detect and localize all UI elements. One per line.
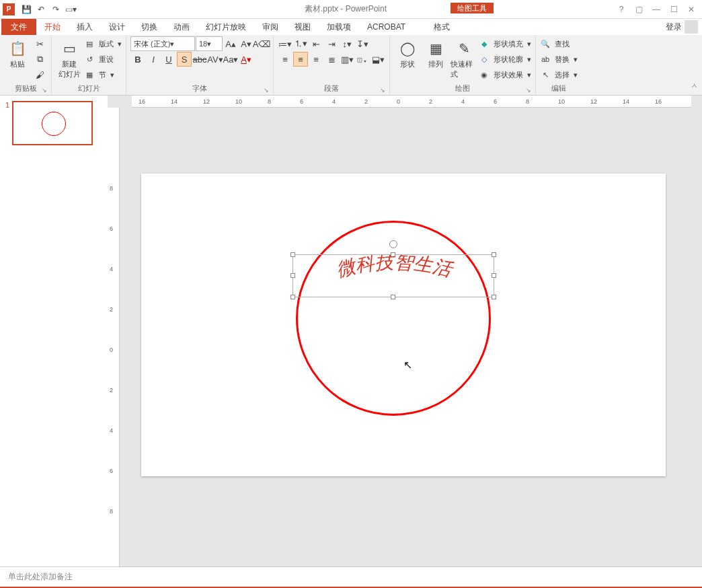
- circle-shape[interactable]: [296, 221, 491, 416]
- selected-textbox[interactable]: 微科技智生活: [292, 254, 494, 297]
- drawing-launcher[interactable]: ↘: [526, 87, 531, 94]
- minimize-icon[interactable]: —: [648, 1, 664, 17]
- reset-button[interactable]: ↺重设: [84, 52, 122, 67]
- shadow-button[interactable]: S: [177, 52, 192, 67]
- collapse-ribbon-icon[interactable]: ㅅ: [691, 81, 698, 91]
- align-text-icon[interactable]: ⎅▾: [355, 52, 370, 67]
- ribbon: 📋 粘贴 ✂ ⧉ 🖌 剪贴板↘ ▭ 新建 幻灯片 ▤版式 ▾ ↺重设 ▦节 ▾ …: [0, 35, 702, 96]
- tab-view[interactable]: 视图: [286, 19, 319, 35]
- outline-icon: ◇: [479, 54, 490, 65]
- close-icon[interactable]: ✕: [683, 1, 699, 17]
- group-paragraph: ≔▾ ⒈▾ ⇤ ⇥ ↕▾ ↧▾ ≡ ≡ ≡ ≣ ▥▾ ⎅▾ ⬓▾ 段落↘: [274, 35, 390, 95]
- group-clipboard: 📋 粘贴 ✂ ⧉ 🖌 剪贴板↘: [0, 35, 52, 95]
- increase-indent-icon[interactable]: ⇥: [324, 36, 339, 51]
- qat-save-icon[interactable]: 💾: [19, 2, 34, 17]
- tab-slideshow[interactable]: 幻灯片放映: [198, 19, 254, 35]
- ruler-vertical: 864202468: [108, 108, 120, 566]
- login-area[interactable]: 登录: [666, 19, 702, 35]
- shape-outline-button[interactable]: ◇形状轮廓 ▾: [479, 52, 531, 67]
- tab-transitions[interactable]: 切换: [133, 19, 165, 35]
- shrink-font-icon[interactable]: A▾: [239, 36, 254, 51]
- notes-pane[interactable]: 单击此处添加备注: [0, 566, 702, 587]
- paste-icon: 📋: [8, 39, 27, 58]
- grow-font-icon[interactable]: A▴: [223, 36, 238, 51]
- align-left-icon[interactable]: ≡: [278, 52, 292, 67]
- align-center-icon[interactable]: ≡: [293, 52, 308, 67]
- justify-icon[interactable]: ≣: [324, 52, 339, 67]
- change-case-icon[interactable]: Aa▾: [223, 52, 238, 67]
- cut-icon[interactable]: ✂: [32, 36, 47, 51]
- decrease-indent-icon[interactable]: ⇤: [309, 36, 323, 51]
- underline-button[interactable]: U: [161, 52, 176, 67]
- bold-button[interactable]: B: [130, 52, 145, 67]
- group-font: 宋体 (正文) ▾ 18 ▾ A▴ A▾ A⌫ B I U S abc AV▾ …: [126, 35, 274, 95]
- title-bar: P 💾 ↶ ↷ ▭▾ 素材.pptx - PowerPoint ? ▢ — ☐ …: [0, 0, 702, 19]
- fill-icon: ◆: [479, 38, 490, 49]
- bullets-icon[interactable]: ≔▾: [278, 36, 292, 51]
- font-color-icon[interactable]: A▾: [239, 52, 254, 67]
- contextual-tab-header: 绘图工具: [451, 0, 494, 19]
- tab-home[interactable]: 开始: [36, 19, 69, 35]
- thumb-preview: [12, 101, 93, 145]
- slides-panel[interactable]: 1: [0, 96, 108, 566]
- italic-button[interactable]: I: [146, 52, 161, 67]
- shape-effects-button[interactable]: ◉形状效果 ▾: [479, 67, 531, 82]
- font-size-combo[interactable]: 18 ▾: [196, 36, 223, 51]
- reset-icon: ↺: [84, 54, 95, 65]
- qat-redo-icon[interactable]: ↷: [48, 2, 63, 17]
- tab-acrobat[interactable]: ACROBAT: [359, 19, 414, 35]
- strikethrough-button[interactable]: abc: [192, 52, 207, 67]
- clear-format-icon[interactable]: A⌫: [254, 36, 269, 51]
- layout-icon: ▤: [84, 38, 95, 49]
- smartart-icon[interactable]: ⬓▾: [370, 52, 385, 67]
- new-slide-button[interactable]: ▭ 新建 幻灯片: [56, 36, 83, 79]
- find-icon: 🔍: [540, 38, 551, 49]
- slide-canvas[interactable]: 微科技智生活 ↖: [141, 174, 666, 476]
- ribbon-display-icon[interactable]: ▢: [631, 1, 647, 17]
- tab-design[interactable]: 设计: [101, 19, 133, 35]
- numbering-icon[interactable]: ⒈▾: [293, 36, 308, 51]
- tab-addins[interactable]: 加载项: [319, 19, 359, 35]
- slide-editor[interactable]: 1614121086420246810121416 864202468: [108, 96, 702, 566]
- slides-label: 幻灯片: [56, 82, 122, 95]
- tab-file[interactable]: 文件: [1, 19, 36, 35]
- maximize-icon[interactable]: ☐: [666, 1, 682, 17]
- tab-format[interactable]: 格式: [426, 19, 458, 35]
- shape-fill-button[interactable]: ◆形状填充 ▾: [479, 36, 531, 51]
- font-label: 字体: [192, 84, 207, 92]
- find-button[interactable]: 🔍查找: [540, 36, 570, 51]
- editing-label: 编辑: [540, 82, 578, 95]
- qat-start-icon[interactable]: ▭▾: [63, 2, 78, 17]
- shapes-icon: ◯: [398, 39, 417, 58]
- align-right-icon[interactable]: ≡: [309, 52, 323, 67]
- format-painter-icon[interactable]: 🖌: [32, 67, 47, 82]
- section-icon: ▦: [84, 69, 95, 80]
- slide-thumbnail-1[interactable]: 1: [5, 101, 102, 145]
- columns-icon[interactable]: ▥▾: [340, 52, 354, 67]
- char-spacing-icon[interactable]: AV▾: [208, 52, 223, 67]
- copy-icon[interactable]: ⧉: [32, 52, 47, 67]
- text-direction-icon[interactable]: ↧▾: [355, 36, 370, 51]
- clipboard-label: 剪贴板: [15, 84, 37, 92]
- tab-review[interactable]: 审阅: [254, 19, 286, 35]
- font-name-combo[interactable]: 宋体 (正文) ▾: [130, 36, 195, 51]
- paste-button[interactable]: 📋 粘贴: [4, 36, 31, 69]
- paragraph-launcher[interactable]: ↘: [380, 87, 385, 94]
- ruler-horizontal: 1614121086420246810121416: [132, 96, 691, 108]
- avatar-icon: [685, 20, 698, 34]
- tab-insert[interactable]: 插入: [69, 19, 101, 35]
- clipboard-launcher[interactable]: ↘: [42, 87, 47, 94]
- shapes-button[interactable]: ◯形状: [394, 36, 421, 69]
- layout-button[interactable]: ▤版式 ▾: [84, 36, 122, 51]
- replace-button[interactable]: ab替换 ▾: [540, 52, 578, 67]
- font-launcher[interactable]: ↘: [264, 87, 269, 94]
- select-button[interactable]: ↖选择 ▾: [540, 67, 578, 82]
- quick-styles-button[interactable]: ✎快速样式: [451, 36, 477, 79]
- arrange-button[interactable]: ▦排列: [422, 36, 449, 69]
- rotation-handle[interactable]: [389, 240, 397, 248]
- help-icon[interactable]: ?: [613, 1, 629, 17]
- tab-animations[interactable]: 动画: [165, 19, 198, 35]
- section-button[interactable]: ▦节 ▾: [84, 67, 122, 82]
- line-spacing-icon[interactable]: ↕▾: [340, 36, 354, 51]
- qat-undo-icon[interactable]: ↶: [34, 2, 48, 17]
